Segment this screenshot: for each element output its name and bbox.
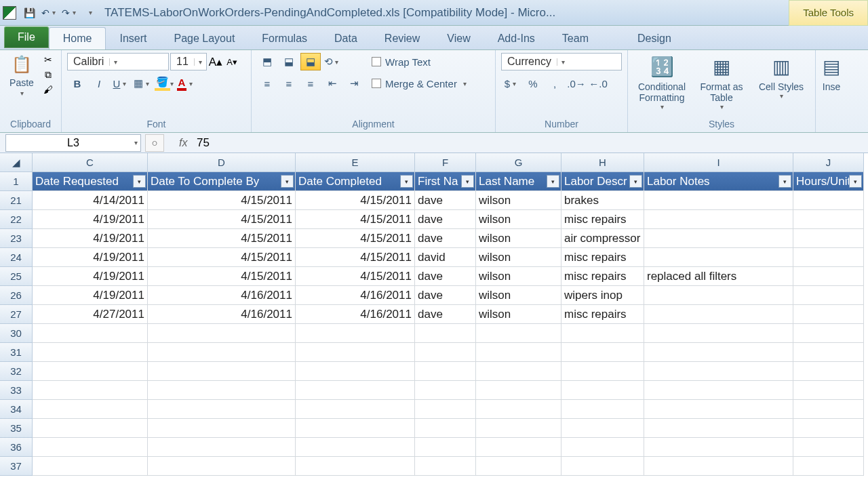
row-header[interactable]: 30	[0, 324, 33, 343]
cell[interactable]	[561, 324, 644, 343]
table-header-cell[interactable]: Last Name▾	[476, 172, 561, 191]
cell[interactable]: 4/15/2011	[148, 191, 296, 210]
cell[interactable]: dave	[415, 267, 476, 286]
select-all-corner[interactable]: ◢	[0, 153, 33, 172]
name-box[interactable]: L3▾	[5, 134, 141, 152]
align-bottom-icon[interactable]: ⬓	[300, 53, 321, 70]
cell[interactable]: 4/19/2011	[33, 229, 148, 248]
cell[interactable]	[644, 438, 793, 457]
cell[interactable]	[793, 457, 864, 476]
filter-button[interactable]: ▾	[778, 175, 791, 188]
cell[interactable]	[644, 362, 793, 381]
merge-center-button[interactable]: Merge & Center▾	[367, 75, 474, 92]
cell[interactable]: wilson	[476, 248, 561, 267]
cell[interactable]: 4/15/2011	[296, 210, 415, 229]
cell[interactable]	[415, 400, 476, 419]
cell[interactable]: dave	[415, 191, 476, 210]
tab-addins[interactable]: Add-Ins	[484, 28, 549, 49]
filter-button[interactable]: ▾	[547, 175, 559, 188]
percent-icon[interactable]: %	[523, 75, 543, 92]
cell[interactable]: dave	[415, 286, 476, 305]
row-header[interactable]: 22	[0, 210, 33, 229]
column-header[interactable]: D	[148, 153, 296, 172]
cell[interactable]	[793, 400, 864, 419]
filter-button[interactable]: ▾	[281, 175, 294, 188]
row-header[interactable]: 27	[0, 305, 33, 324]
currency-icon[interactable]: $▾	[501, 75, 521, 92]
tab-design[interactable]: Design	[624, 28, 685, 49]
tab-data[interactable]: Data	[321, 28, 371, 49]
cell[interactable]	[148, 381, 296, 400]
qat-customize-icon[interactable]: ▾	[81, 5, 99, 21]
cell[interactable]	[33, 457, 148, 476]
undo-icon[interactable]: ↶▾	[41, 5, 58, 21]
cell[interactable]	[33, 419, 148, 438]
cell[interactable]: dave	[415, 305, 476, 324]
cell[interactable]: 4/16/2011	[296, 305, 415, 324]
cell[interactable]	[415, 324, 476, 343]
cell[interactable]	[793, 362, 864, 381]
cell[interactable]: 4/15/2011	[148, 229, 296, 248]
filter-button[interactable]: ▾	[400, 175, 413, 188]
cell[interactable]: misc repairs	[561, 305, 644, 324]
redo-icon[interactable]: ↷▾	[61, 5, 79, 21]
tab-file[interactable]: File	[4, 26, 49, 48]
cell[interactable]	[296, 324, 415, 343]
cell[interactable]	[561, 400, 644, 419]
cell[interactable]	[33, 362, 148, 381]
cell[interactable]: wilson	[476, 229, 561, 248]
cell[interactable]: 4/15/2011	[296, 229, 415, 248]
cell[interactable]	[644, 381, 793, 400]
align-center-icon[interactable]: ≡	[279, 75, 299, 92]
cell[interactable]	[148, 343, 296, 362]
cell[interactable]	[476, 362, 561, 381]
table-header-cell[interactable]: First Na▾	[415, 172, 476, 191]
cell[interactable]: 4/16/2011	[148, 305, 296, 324]
cell[interactable]	[561, 343, 644, 362]
cell[interactable]	[793, 248, 864, 267]
tab-view[interactable]: View	[433, 28, 484, 49]
cell[interactable]	[33, 438, 148, 457]
cell[interactable]: wilson	[476, 191, 561, 210]
cell[interactable]	[644, 286, 793, 305]
cell[interactable]	[644, 305, 793, 324]
orientation-icon[interactable]: ⟲▾	[322, 53, 342, 70]
cancel-formula-icon[interactable]: ○	[145, 134, 164, 152]
cell[interactable]	[793, 305, 864, 324]
row-header[interactable]: 26	[0, 286, 33, 305]
align-left-icon[interactable]: ≡	[257, 75, 277, 92]
tab-home[interactable]: Home	[49, 27, 106, 49]
formula-input[interactable]	[193, 134, 868, 152]
cell[interactable]: misc repairs	[561, 210, 644, 229]
cell[interactable]	[476, 438, 561, 457]
cell[interactable]: misc repairs	[561, 248, 644, 267]
cell[interactable]	[561, 362, 644, 381]
cell[interactable]	[561, 381, 644, 400]
cell[interactable]: 4/15/2011	[148, 267, 296, 286]
font-size-combo[interactable]: 11▾	[170, 53, 207, 70]
row-header[interactable]: 33	[0, 381, 33, 400]
filter-button[interactable]: ▾	[629, 175, 642, 188]
tab-page-layout[interactable]: Page Layout	[160, 28, 248, 49]
cell[interactable]	[644, 191, 793, 210]
cell[interactable]	[644, 457, 793, 476]
cell[interactable]	[644, 248, 793, 267]
cell[interactable]	[644, 210, 793, 229]
cell[interactable]	[148, 457, 296, 476]
cell[interactable]	[33, 381, 148, 400]
border-button[interactable]: ▦▾	[132, 75, 153, 92]
cell[interactable]: replaced all filters	[644, 267, 793, 286]
cell[interactable]	[415, 381, 476, 400]
align-right-icon[interactable]: ≡	[300, 75, 321, 92]
tab-team[interactable]: Team	[549, 28, 602, 49]
row-header[interactable]: 21	[0, 191, 33, 210]
column-header[interactable]: J	[793, 153, 864, 172]
cut-icon[interactable]: ✂	[41, 53, 56, 66]
cell[interactable]	[793, 267, 864, 286]
cell[interactable]	[148, 362, 296, 381]
cell[interactable]	[296, 400, 415, 419]
cell[interactable]: 4/19/2011	[33, 248, 148, 267]
conditional-formatting-button[interactable]: 🔢Conditional Formatting▾	[633, 53, 690, 111]
row-header[interactable]: 25	[0, 267, 33, 286]
cell[interactable]: 4/16/2011	[296, 286, 415, 305]
